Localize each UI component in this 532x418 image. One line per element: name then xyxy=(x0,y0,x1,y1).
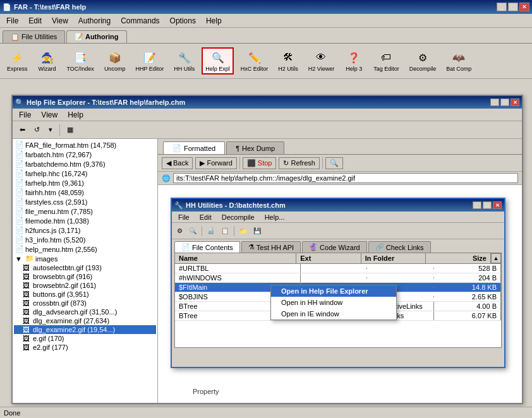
tab-hex-dump[interactable]: ¶ Hex Dump xyxy=(226,141,284,154)
file-contents-icon: 📄 xyxy=(181,243,190,251)
address-input[interactable]: its:T:\test\FAR help\farhelp.chm::/image… xyxy=(173,173,518,183)
tab-file-utilities[interactable]: 📋 File Utilities xyxy=(3,30,65,43)
tree-item[interactable]: 📄 help_menu.htm (2,556) xyxy=(14,244,156,254)
wizard-icon: 🧙 xyxy=(40,50,55,65)
tree-item[interactable]: 📄 farbatch.htm (72,967) xyxy=(14,150,156,159)
inner-reload-button[interactable]: ↺ xyxy=(31,123,43,137)
popup-menu-edit[interactable]: Edit xyxy=(196,213,215,222)
popup-minimize-button[interactable]: _ xyxy=(473,201,481,209)
popup-menu-file[interactable]: File xyxy=(174,213,193,222)
check-links-icon: 🔗 xyxy=(375,243,384,251)
hh-utils-button[interactable]: 🔧 HH Utils xyxy=(171,48,198,74)
tree-item[interactable]: 🖼 e2.gif (177) xyxy=(14,343,156,352)
tree-item[interactable]: 📄 farbatchdemo.htm (9,376) xyxy=(14,159,156,169)
tree-item[interactable]: 📄 farhelp.hhc (16,724) xyxy=(14,169,156,178)
toc-index-button[interactable]: 📑 TOC/Index xyxy=(64,48,97,74)
maximize-button[interactable]: □ xyxy=(508,3,518,11)
popup-tab-file-contents[interactable]: 📄 File Contents xyxy=(174,241,240,253)
menu-help[interactable]: Help xyxy=(202,15,226,27)
inner-close-button[interactable]: ✕ xyxy=(511,99,519,106)
file-tree[interactable]: 📄 FAR_file_format.htm (14,758) 📄 farbatc… xyxy=(13,139,158,403)
inner-menu-help[interactable]: Help xyxy=(64,109,87,121)
minimize-button[interactable]: _ xyxy=(497,3,507,11)
forward-button[interactable]: ▶ Forward xyxy=(195,157,236,169)
table-row[interactable]: #hWINDOWS 204 B xyxy=(175,273,501,283)
file-icon: 📄 xyxy=(15,245,24,253)
popup-menu-decompile[interactable]: Decompile xyxy=(218,213,258,222)
help3-button[interactable]: ❓ Help 3 xyxy=(341,48,366,74)
popup-close-button[interactable]: ✕ xyxy=(493,201,502,209)
tree-item[interactable]: 🖼 buttons.gif (3,951) xyxy=(14,290,156,299)
decompile-button[interactable]: ⚙ Decompile xyxy=(406,48,440,74)
popup-tool-6[interactable]: 💾 xyxy=(251,226,263,236)
inner-maximize-button[interactable]: □ xyxy=(500,99,509,106)
popup-tool-5[interactable]: 📁 xyxy=(237,226,250,236)
popup-tool-4[interactable]: 📋 xyxy=(219,226,231,236)
tree-item[interactable]: 🖼 browsebtn2.gif (161) xyxy=(14,281,156,290)
right-panel: 📄 Formatted ¶ Hex Dump ◀ Back ▶ xyxy=(158,139,522,403)
tree-item[interactable]: 📄 h3_info.htm (5,520) xyxy=(14,235,156,244)
tree-item[interactable]: 📄 file_menu.htm (7,785) xyxy=(14,206,156,216)
tree-item[interactable]: 🖼 dlg_examine.gif (27,634) xyxy=(14,316,156,325)
help-expl-button[interactable]: 🔍 Help Expl xyxy=(202,47,234,75)
context-menu-item-open-help-explorer[interactable]: Open in Help File Explorer xyxy=(271,285,396,297)
tree-item[interactable]: 📄 farhelp.htm (9,361) xyxy=(14,178,156,188)
tree-item[interactable]: 🖼 dlg_advsearch.gif (31,50...) xyxy=(14,308,156,316)
scroll-up-button[interactable]: ▲ xyxy=(491,253,501,263)
tree-item[interactable]: 🖼 browsebtn.gif (916) xyxy=(14,272,156,281)
popup-tool-2[interactable]: 🔍 xyxy=(186,226,199,236)
inner-refresh-toolbar-button[interactable]: ▾ xyxy=(45,123,56,137)
tree-item[interactable]: 📄 filemode.htm (1,038) xyxy=(14,216,156,225)
wizard-button[interactable]: 🧙 Wizard xyxy=(35,48,60,74)
tab-formatted[interactable]: 📄 Formatted xyxy=(163,141,225,154)
inner-menu-view[interactable]: View xyxy=(37,109,61,121)
context-menu-item-open-hh[interactable]: Open in HH window xyxy=(271,297,396,308)
menu-authoring[interactable]: Authoring xyxy=(75,15,114,27)
hhp-editor-button[interactable]: 📝 HHP Editor xyxy=(132,48,167,74)
tree-item-folder[interactable]: ▼ 📁 images xyxy=(14,254,156,263)
popup-menu-help[interactable]: Help... xyxy=(261,213,289,222)
file-icon: 📄 xyxy=(15,217,24,225)
context-menu-item-open-ie[interactable]: Open in IE window xyxy=(271,308,396,319)
h2-viewer-button[interactable]: 👁 H2 Viewer xyxy=(305,48,337,74)
menu-view[interactable]: View xyxy=(48,15,72,27)
menu-options[interactable]: Options xyxy=(166,15,200,27)
tree-item[interactable]: 📄 FAR_file_format.htm (14,758) xyxy=(14,140,156,150)
express-button[interactable]: ⚡ Express xyxy=(4,48,31,74)
inner-minimize-button[interactable]: _ xyxy=(490,99,499,106)
h2-utils-button[interactable]: 🛠 H2 Utils xyxy=(275,48,301,74)
tab-authoring[interactable]: 📝 Authoring xyxy=(66,30,126,43)
popup-tab-test-hh-api[interactable]: ⚗ Test HH API xyxy=(241,241,301,253)
search-button[interactable]: 🔍 xyxy=(325,157,343,169)
popup-tool-1[interactable]: ⚙ xyxy=(174,226,185,236)
stop-button[interactable]: ⬛ Stop xyxy=(243,157,277,169)
menu-edit[interactable]: Edit xyxy=(25,15,45,27)
inner-menu-file[interactable]: File xyxy=(15,109,35,121)
table-row[interactable]: #URLTBL 528 B xyxy=(175,264,501,273)
tag-editor-button[interactable]: 🏷 Tag Editor xyxy=(370,48,402,74)
close-button[interactable]: ✕ xyxy=(519,3,529,11)
popup-tool-3[interactable]: 🔬 xyxy=(205,226,217,236)
tree-item[interactable]: 📄 h2funcs.js (3,171) xyxy=(14,225,156,235)
refresh-button[interactable]: ↻ Refresh xyxy=(279,157,320,169)
popup-tab-check-links[interactable]: 🔗 Check Links xyxy=(368,241,431,253)
inner-grid-button[interactable]: ▦ xyxy=(64,123,76,137)
tree-item[interactable]: 🖼 crossbtn.gif (873) xyxy=(14,299,156,308)
menu-file[interactable]: File xyxy=(3,15,22,27)
popup-maximize-button[interactable]: □ xyxy=(483,201,492,209)
tree-item-selected[interactable]: 🖼 dlg_examine2.gif (19,54...) xyxy=(14,325,156,334)
bat-comp-button[interactable]: 🦇 Bat Comp xyxy=(443,48,475,74)
tree-item[interactable]: 📄 farstyles.css (2,591) xyxy=(14,197,156,206)
tree-item[interactable]: 🖼 e.gif (170) xyxy=(14,334,156,343)
tree-item[interactable]: 📄 fairhh.htm (48,059) xyxy=(14,188,156,197)
file-icon: 📄 xyxy=(15,236,24,244)
hxc-editor-button[interactable]: ✏️ HxC Editor xyxy=(238,48,272,74)
menu-commands[interactable]: Commands xyxy=(117,15,163,27)
app-title: FAR - T:\test\FAR help xyxy=(14,3,86,11)
tree-item[interactable]: 🖼 autoselectbtn.gif (193) xyxy=(14,263,156,272)
h2-utils-icon: 🛠 xyxy=(281,50,296,65)
uncomp-button[interactable]: 📦 Uncomp xyxy=(101,48,129,74)
back-button[interactable]: ◀ Back xyxy=(162,157,193,169)
popup-tab-code-wizard[interactable]: 🔮 Code Wizard xyxy=(302,241,367,253)
inner-back-toolbar-button[interactable]: ⬅ xyxy=(16,123,28,137)
